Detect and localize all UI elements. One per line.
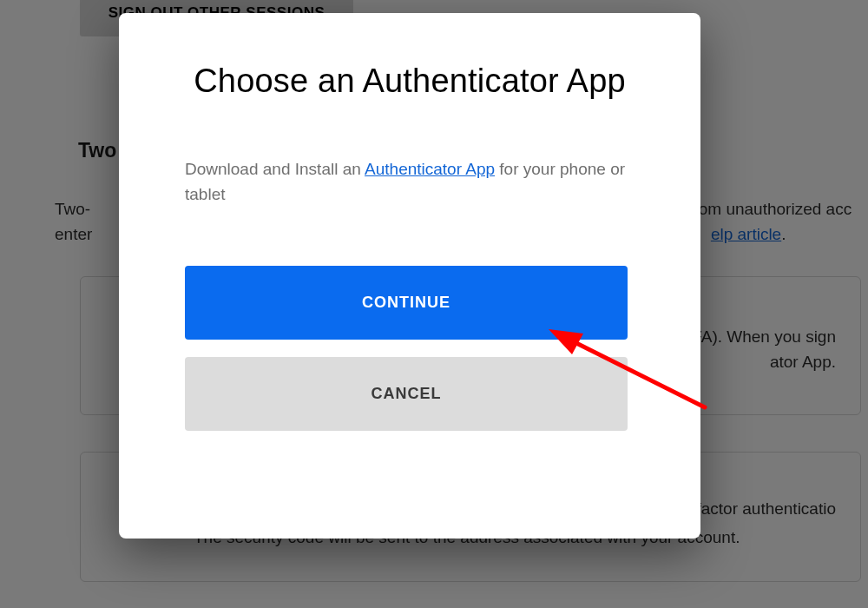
modal-description: Download and Install an Authenticator Ap…	[185, 156, 635, 208]
choose-authenticator-modal: Choose an Authenticator App Download and…	[119, 13, 700, 539]
cancel-button-label: CANCEL	[372, 385, 442, 402]
modal-title: Choose an Authenticator App	[185, 61, 635, 102]
authenticator-app-link[interactable]: Authenticator App	[365, 160, 495, 178]
continue-button-label: CONTINUE	[362, 294, 450, 311]
modal-desc-before: Download and Install an	[185, 160, 365, 178]
continue-button[interactable]: CONTINUE	[185, 266, 628, 340]
cancel-button[interactable]: CANCEL	[185, 357, 628, 431]
